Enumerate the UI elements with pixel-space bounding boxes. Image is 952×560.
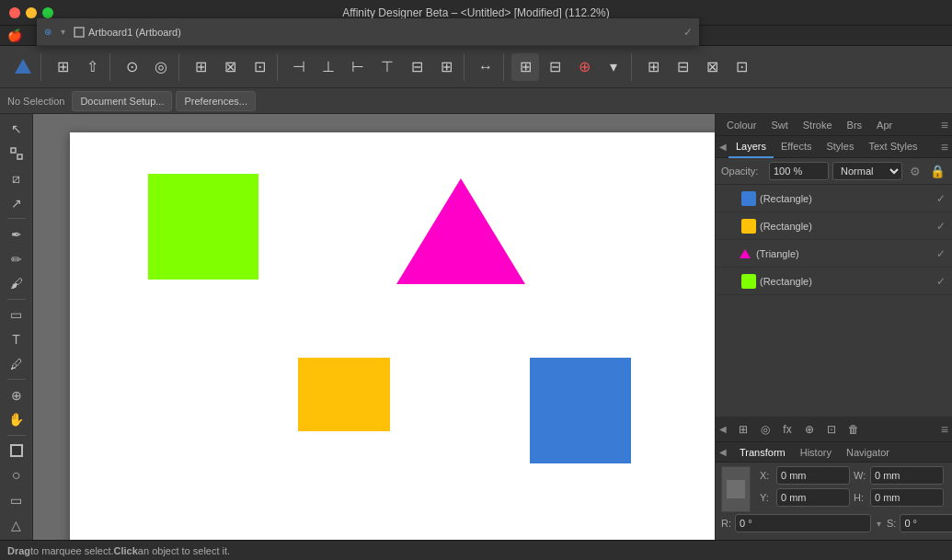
pencil-tool-button[interactable]: ✏ bbox=[4, 247, 29, 270]
snapping2-button[interactable]: ⊟ bbox=[541, 53, 568, 81]
transform-panel-collapse-btn[interactable]: ◀ bbox=[719, 447, 728, 457]
panel-icons-collapse-btn[interactable]: ◀ bbox=[719, 424, 728, 434]
tab-colour[interactable]: Colour bbox=[719, 114, 763, 136]
snap-button[interactable]: ⊞ bbox=[187, 53, 214, 81]
preferences-button[interactable]: Preferences... bbox=[176, 91, 255, 111]
tab-transform[interactable]: Transform bbox=[732, 442, 793, 463]
panel-menu-button[interactable]: ≡ bbox=[941, 118, 948, 132]
app-icon-button[interactable] bbox=[9, 53, 37, 81]
layer-item-1[interactable]: (Rectangle) ✓ bbox=[716, 212, 952, 240]
tab-apr[interactable]: Apr bbox=[869, 114, 900, 136]
transform-tool-button[interactable]: ↗ bbox=[4, 192, 29, 215]
y-input[interactable] bbox=[776, 488, 850, 507]
subtract-button[interactable]: ⊟ bbox=[669, 53, 696, 81]
hand-tool-button[interactable]: ✋ bbox=[4, 408, 29, 431]
node-tool-button[interactable] bbox=[4, 143, 29, 166]
erase-button[interactable]: ◎ bbox=[147, 53, 175, 81]
blend-mode-select[interactable]: Normal Multiply Screen Overlay bbox=[832, 162, 902, 180]
opacity-input[interactable] bbox=[769, 162, 829, 180]
layer-check-3[interactable]: ✓ bbox=[934, 274, 948, 289]
tab-text-styles[interactable]: Text Styles bbox=[861, 136, 924, 158]
snap2-button[interactable]: ⊠ bbox=[216, 53, 244, 81]
close-button[interactable] bbox=[9, 7, 20, 18]
wh-lock-button[interactable]: 🔒 bbox=[947, 466, 952, 485]
crop-tool-button[interactable]: ⧄ bbox=[4, 167, 29, 190]
layer-item-2[interactable]: (Triangle) ✓ bbox=[716, 240, 952, 268]
snapping3-button[interactable]: ⊕ bbox=[570, 53, 598, 81]
align-center-button[interactable]: ⊥ bbox=[315, 53, 342, 81]
align-right-button[interactable]: ⊢ bbox=[344, 53, 372, 81]
panel-collapse-btn[interactable]: ◀ bbox=[719, 142, 728, 152]
tab-effects[interactable]: Effects bbox=[774, 136, 819, 158]
yellow-rectangle[interactable] bbox=[298, 358, 390, 431]
window-controls[interactable] bbox=[9, 7, 53, 18]
tab-layers[interactable]: Layers bbox=[728, 136, 774, 158]
intersect-button[interactable]: ⊠ bbox=[698, 53, 726, 81]
divide-button[interactable]: ⊡ bbox=[728, 53, 755, 81]
mask-layer-button[interactable]: ◎ bbox=[754, 418, 776, 440]
separator-4 bbox=[7, 435, 26, 436]
snapping-button[interactable]: ⊞ bbox=[511, 53, 539, 81]
color-picker-button[interactable]: 🖊 bbox=[4, 352, 29, 375]
snapping-dropdown[interactable]: ▾ bbox=[600, 53, 627, 81]
maximize-button[interactable] bbox=[42, 7, 53, 18]
r-input[interactable] bbox=[735, 514, 871, 532]
magenta-triangle[interactable] bbox=[396, 178, 525, 284]
opacity-row: Opacity: Normal Multiply Screen Overlay … bbox=[716, 158, 952, 185]
toolbar-group-add: ⊞ ⊟ ⊠ ⊡ bbox=[636, 53, 759, 81]
snap3-button[interactable]: ⊡ bbox=[246, 53, 273, 81]
align-vcenter-button[interactable]: ⊟ bbox=[403, 53, 430, 81]
green-rectangle[interactable] bbox=[148, 174, 258, 280]
tab-styles[interactable]: Styles bbox=[819, 136, 861, 158]
layer-item-3[interactable]: (Rectangle) ✓ bbox=[716, 268, 952, 295]
document-setup-button[interactable]: Document Setup... bbox=[72, 91, 172, 111]
transform-thumbnail bbox=[721, 466, 751, 512]
minimize-button[interactable] bbox=[26, 7, 37, 18]
w-input[interactable] bbox=[870, 466, 944, 485]
blue-rectangle[interactable] bbox=[530, 358, 631, 463]
x-input[interactable] bbox=[776, 466, 850, 485]
triangle-tool-button[interactable]: △ bbox=[4, 513, 29, 536]
add-artboard-button[interactable]: ⊞ bbox=[639, 53, 667, 81]
fill-color-button[interactable] bbox=[4, 440, 29, 463]
pen-tool-button[interactable]: ✒ bbox=[4, 223, 29, 246]
align-left-button[interactable]: ⊣ bbox=[285, 53, 313, 81]
delete-layer-button[interactable]: 🗑 bbox=[843, 418, 865, 440]
shape-tool-button[interactable]: ▭ bbox=[4, 303, 29, 326]
layer-settings-button[interactable]: ⚙ bbox=[906, 162, 924, 180]
h-input[interactable] bbox=[870, 488, 944, 507]
align-bottom-button[interactable]: ⊞ bbox=[432, 53, 460, 81]
new-group-button[interactable]: ⊕ bbox=[798, 418, 820, 440]
toolbar-group-snap: ⊞ ⊠ ⊡ bbox=[183, 53, 278, 81]
panel-icons-menu[interactable]: ≡ bbox=[941, 422, 948, 437]
tab-swt[interactable]: Swt bbox=[763, 114, 795, 136]
tab-navigator[interactable]: Navigator bbox=[839, 442, 897, 463]
apple-menu[interactable]: 🍎 bbox=[7, 29, 22, 42]
select-tool-button[interactable]: ↖ bbox=[4, 118, 29, 141]
canvas-area[interactable] bbox=[33, 114, 715, 540]
right-panel: Colour Swt Stroke Brs Apr ≡ ◀ Layers Eff… bbox=[715, 114, 952, 540]
layer-check-2[interactable]: ✓ bbox=[934, 246, 948, 261]
add-layer-button[interactable]: ⊞ bbox=[732, 418, 754, 440]
tab-history[interactable]: History bbox=[793, 442, 839, 463]
s-input[interactable] bbox=[900, 514, 952, 532]
duplicate-button[interactable]: ⊡ bbox=[820, 418, 843, 440]
tab-brs[interactable]: Brs bbox=[840, 114, 870, 136]
layer-check-0[interactable]: ✓ bbox=[934, 191, 948, 206]
layers-panel-menu-button[interactable]: ≡ bbox=[941, 140, 948, 154]
layer-item-0[interactable]: (Rectangle) ✓ bbox=[716, 185, 952, 212]
mask-button[interactable]: ⊙ bbox=[118, 53, 145, 81]
ellipse-tool-button[interactable]: ○ bbox=[4, 464, 29, 487]
tab-stroke[interactable]: Stroke bbox=[796, 114, 840, 136]
flip-h-button[interactable]: ↔ bbox=[472, 53, 499, 81]
share-button[interactable]: ⇧ bbox=[78, 53, 106, 81]
grid-view-button[interactable]: ⊞ bbox=[49, 53, 76, 81]
align-top-button[interactable]: ⊤ bbox=[373, 53, 401, 81]
zoom-tool-button[interactable]: ⊕ bbox=[4, 383, 29, 406]
brush-tool-button[interactable]: 🖌 bbox=[4, 272, 29, 295]
layer-check-1[interactable]: ✓ bbox=[934, 219, 948, 234]
text-tool-button[interactable]: T bbox=[4, 328, 29, 351]
layer-lock-button[interactable]: 🔒 bbox=[928, 162, 946, 180]
rectangle-tool-button[interactable]: ▭ bbox=[4, 488, 29, 511]
fx-button[interactable]: fx bbox=[776, 418, 798, 440]
